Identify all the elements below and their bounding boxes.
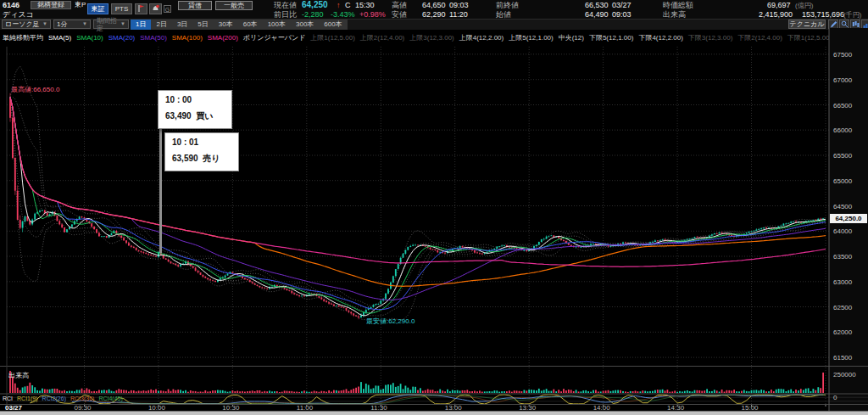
stock-code: 6146 <box>3 1 19 9</box>
bollinger-legend-item: 上限2(12,4.00) <box>360 34 404 42</box>
chart-toolbar: ローソク足▼ 1分▼ 期間指定▼ 1日2日3日5日30本60本100本300本6… <box>0 19 868 30</box>
candles-icon[interactable] <box>850 20 860 29</box>
svg-text:64000: 64000 <box>833 227 853 235</box>
rci-legend-item: RCI3(36) <box>70 395 94 402</box>
rci-legend-item: RCI2(26) <box>42 395 66 402</box>
market-cap-label: 時価総額 <box>663 1 693 9</box>
tab-pts[interactable]: PTS <box>111 3 132 14</box>
open-label: 始値 <box>496 10 511 19</box>
close-flag: C <box>345 1 351 9</box>
pencil-icon[interactable] <box>828 20 838 29</box>
prev-close-value: 66,530 <box>585 1 609 9</box>
margin-trade-button[interactable]: 貸借 <box>178 1 212 10</box>
trade-marker-line <box>159 126 162 253</box>
svg-text:62000: 62000 <box>833 328 853 336</box>
svg-text:0: 0 <box>833 394 837 401</box>
svg-text:67500: 67500 <box>833 51 853 59</box>
svg-text:63500: 63500 <box>833 253 853 261</box>
magnifier-icon[interactable] <box>839 20 849 29</box>
bollinger-legend-item: 下限4(12,2.00) <box>638 34 682 42</box>
sma-legend-title: 単純移動平均 <box>3 34 43 42</box>
change-label: 前日比 <box>274 10 297 19</box>
bell-alert-icon[interactable] <box>149 3 162 14</box>
rci-legend-item: RCI1(9) <box>17 395 38 402</box>
volume-pane-title: 出来高 <box>8 371 29 380</box>
interval-select[interactable]: 1分▼ <box>53 20 91 29</box>
technical-button[interactable]: テクニカル <box>788 20 826 29</box>
high-value: 64,650 <box>422 1 446 9</box>
bollinger-legend-item: 上限1(12,5.00) <box>310 34 354 42</box>
low-value: 62,290 <box>422 10 446 19</box>
high-annotation: 最高値:66,650.0 <box>11 85 59 94</box>
high-time: 09:03 <box>449 1 469 9</box>
chart-tool-icons <box>828 20 868 29</box>
news-flag-alert-icon[interactable] <box>135 3 147 14</box>
svg-text:63000: 63000 <box>833 278 853 286</box>
low-label: 安値 <box>392 10 407 19</box>
rci-legend: RCIRCI1(9)RCI2(26)RCI3(36)RCI4(45) <box>3 395 123 402</box>
range-button-2日[interactable]: 2日 <box>151 20 171 30</box>
low-annotation: 最安値:62,290.0 <box>366 317 415 326</box>
svg-text:62500: 62500 <box>833 304 853 311</box>
range-button-3日[interactable]: 3日 <box>172 20 192 30</box>
sma-legend-item: SMA(200) <box>208 34 238 42</box>
general-sell-button[interactable]: 一般売 <box>215 1 253 10</box>
bar-chart-icon[interactable] <box>861 20 868 29</box>
current-price-badge: 64,250.0 <box>830 214 867 223</box>
svg-text:66500: 66500 <box>833 102 853 109</box>
chart-type-select[interactable]: ローソク足▼ <box>2 20 51 29</box>
range-button-300本[interactable]: 300本 <box>291 20 319 30</box>
trade-time: 10 : 01 <box>172 137 233 147</box>
tab-tosho[interactable]: 東証 <box>87 3 108 14</box>
range-button-1日[interactable]: 1日 <box>131 20 151 30</box>
sma-legend-item: SMA(100) <box>172 34 203 42</box>
quote-header: 6146 ディスコ 銘柄登録 東P 東証 PTS G 貸借 一般売 現在値 64… <box>0 0 868 19</box>
chevron-down-icon: ▼ <box>120 20 125 28</box>
horizontal-scrollbar[interactable] <box>0 411 868 415</box>
bollinger-legend-item: 下限3(12,3.00) <box>688 34 732 42</box>
range-button-30本[interactable]: 30本 <box>214 20 238 30</box>
current-price-label: 現在値 <box>274 1 297 9</box>
prev-close-label: 前終値 <box>496 1 519 9</box>
sma-legend-item: SMA(10) <box>76 34 103 42</box>
change-percent: -3.43% <box>331 10 355 19</box>
volume-value: 2,415,900 <box>759 10 793 19</box>
chevron-down-icon: ▼ <box>42 20 47 28</box>
turnover-value: 153,715,696 <box>802 10 844 19</box>
market-section-label: 東P <box>75 1 86 9</box>
sma-legend-item: SMA(50) <box>140 34 167 42</box>
chart-type-value: ローソク足 <box>5 20 40 28</box>
svg-text:67000: 67000 <box>833 76 853 84</box>
range-button-5日[interactable]: 5日 <box>192 20 213 30</box>
current-price-value: 64,250 <box>302 0 328 9</box>
high-label: 高値 <box>392 1 407 9</box>
price-chart-canvas[interactable]: 6750067000665006600065500650006450064000… <box>0 0 868 415</box>
svg-text:65500: 65500 <box>833 152 853 160</box>
bollinger-legend-title: ボリンジャーバンド <box>243 34 306 42</box>
open-value: 64,490 <box>585 10 609 19</box>
stock-name: ディスコ <box>3 10 34 19</box>
range-button-60本[interactable]: 60本 <box>238 20 263 30</box>
rci-legend-item: RCI4(45) <box>98 395 122 402</box>
range-button-100本[interactable]: 100本 <box>263 20 291 30</box>
trading-app-window: 6146 ディスコ 銘柄登録 東P 東証 PTS G 貸借 一般売 現在値 64… <box>0 0 868 415</box>
trade-side: 買い <box>196 111 213 121</box>
period-value: 期間指定 <box>97 17 118 32</box>
svg-text:250000: 250000 <box>833 371 856 379</box>
up-arrow-icon: ↑ <box>337 1 341 9</box>
bollinger-legend-item: 下限5(12,1.00) <box>589 34 633 42</box>
change-value: -2,280 <box>302 10 324 19</box>
interval-value: 1分 <box>57 20 67 28</box>
range-button-600本[interactable]: 600本 <box>319 20 347 30</box>
flag-icon <box>137 4 145 12</box>
prev-close-date: 03/27 <box>612 1 632 9</box>
trade-tooltip-sell: 10 : 01 63,590 売り <box>164 132 239 171</box>
register-stock-button[interactable]: 銘柄登録 <box>31 1 71 9</box>
trade-price: 63,490 <box>165 111 192 121</box>
g-badge: G <box>164 5 171 13</box>
svg-text:66000: 66000 <box>833 126 853 134</box>
rci-legend-item: RCI <box>3 395 13 402</box>
market-cap-value: 69,697 <box>767 1 791 9</box>
period-select[interactable]: 期間指定▼ <box>93 20 129 29</box>
bollinger-legend-item: 中央(12) <box>559 34 584 42</box>
